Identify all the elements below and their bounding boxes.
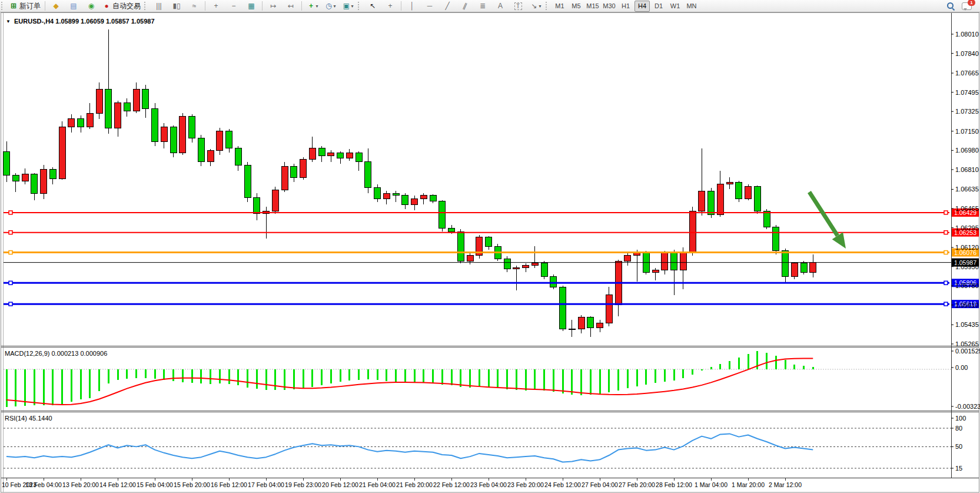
auto-trading-icon: ● [102, 2, 111, 10]
arrows-tool-button[interactable]: ↘▾ [527, 0, 544, 12]
svg-text:13 Feb 04:00: 13 Feb 04:00 [25, 481, 62, 488]
toolbar-grip[interactable] [358, 2, 361, 10]
auto-trading-label: 自动交易 [112, 1, 141, 11]
toolbar-separator [401, 1, 401, 11]
crosshair-icon: + [386, 2, 394, 10]
gold-diamond-icon: ◆ [52, 2, 60, 10]
svg-text:80: 80 [955, 425, 962, 432]
svg-text:28 Feb 12:00: 28 Feb 12:00 [656, 481, 692, 488]
svg-text:0.00: 0.00 [955, 364, 968, 371]
svg-text:13 Feb 20:00: 13 Feb 20:00 [62, 481, 99, 488]
svg-text:1.07325: 1.07325 [955, 108, 979, 115]
svg-text:23 Feb 20:00: 23 Feb 20:00 [507, 481, 544, 488]
svg-text:1.05610: 1.05610 [955, 302, 979, 309]
chart-title-group: ▼EURUSD-,H4 1.05899 1.06059 1.05857 1.05… [6, 18, 155, 25]
timeframe-button-H1[interactable]: H1 [618, 1, 633, 12]
svg-text:14 Feb 12:00: 14 Feb 12:00 [99, 481, 136, 488]
horizontal-line-tool-button[interactable]: ─ [421, 0, 438, 12]
svg-text:1.05780: 1.05780 [955, 282, 979, 289]
new-order-label: 新订单 [19, 1, 41, 11]
trendline-tool-button[interactable]: ╱ [439, 0, 456, 12]
cursor-tool-button[interactable]: ↖ [364, 0, 381, 12]
zoom-in-icon: + [212, 2, 220, 10]
periods-button[interactable]: ◷▾ [322, 0, 338, 12]
svg-text:50: 50 [955, 443, 962, 450]
vertical-line-icon: │ [408, 2, 416, 10]
timeframe-button-M5[interactable]: M5 [569, 1, 584, 12]
signals-button[interactable]: ◉ [83, 0, 99, 12]
macd-label: MACD(12,26,9) 0.000213 0.000906 [5, 350, 107, 357]
rsi-label: RSI(14) 45.1440 [5, 415, 52, 422]
history-center-button[interactable]: ▤ [65, 0, 82, 12]
auto-scroll-button[interactable]: ↦ [265, 0, 281, 12]
text-label-icon: T [514, 2, 522, 10]
toolbar-grip[interactable] [1, 2, 5, 10]
timeframe-button-M15[interactable]: M15 [585, 1, 600, 12]
toolbar-grip[interactable] [144, 2, 148, 10]
chart-shift-icon: ↤ [287, 2, 295, 10]
search-button[interactable] [942, 0, 959, 12]
svg-text:1 Mar 04:00: 1 Mar 04:00 [695, 481, 727, 488]
svg-text:100: 100 [955, 415, 966, 422]
toolbar-separator [45, 1, 45, 11]
toolbar-separator [205, 1, 205, 11]
profile-button[interactable]: ◆ [48, 0, 64, 12]
chevron-down-icon: ▾ [333, 4, 335, 9]
svg-text:1.07665: 1.07665 [955, 70, 979, 77]
line-chart-mode-button[interactable]: ≈ [186, 0, 202, 12]
svg-text:21 Feb 20:00: 21 Feb 20:00 [396, 481, 433, 488]
svg-text:2 Mar 12:00: 2 Mar 12:00 [769, 481, 802, 488]
candlestick-chart-icon: ▮▯ [172, 2, 181, 10]
tile-windows-button[interactable]: ▦ [243, 0, 260, 12]
svg-text:24 Feb 12:00: 24 Feb 12:00 [544, 481, 581, 488]
chevron-down-icon: ▾ [315, 4, 318, 9]
templates-button[interactable]: ▣▾ [340, 0, 356, 12]
indicators-button[interactable]: +▾ [304, 0, 321, 12]
price-chart[interactable]: 1.064291.062531.060761.058061.056191.059… [0, 0, 980, 493]
svg-text:1.05435: 1.05435 [955, 321, 979, 328]
text-tool-button[interactable]: A [492, 0, 509, 12]
chart-shift-button[interactable]: ↤ [283, 0, 299, 12]
zoom-out-button[interactable]: − [225, 0, 242, 12]
svg-text:15: 15 [955, 465, 962, 472]
tile-windows-icon: ▦ [247, 2, 255, 10]
timeframe-button-H4[interactable]: H4 [634, 1, 650, 12]
zoom-in-button[interactable]: + [208, 0, 224, 12]
svg-text:1.06295: 1.06295 [955, 224, 979, 231]
svg-text:-0.003232: -0.003232 [955, 403, 980, 410]
bar-chart-icon: ||| [155, 2, 163, 10]
text-label-tool-button[interactable]: T [510, 0, 526, 12]
timeframe-button-D1[interactable]: D1 [651, 1, 666, 12]
svg-text:1.07150: 1.07150 [955, 128, 979, 135]
horizontal-line-icon: ─ [426, 2, 434, 10]
svg-text:17 Feb 04:00: 17 Feb 04:00 [248, 481, 284, 488]
fibonacci-tool-button[interactable]: ≣ [474, 0, 491, 12]
svg-text:15 Feb 20:00: 15 Feb 20:00 [174, 481, 210, 488]
svg-text:15 Feb 04:00: 15 Feb 04:00 [137, 481, 173, 488]
chevron-down-icon: ▾ [539, 4, 541, 9]
bar-chart-mode-button[interactable]: ||| [151, 0, 167, 12]
timeframe-button-MN[interactable]: MN [684, 1, 699, 12]
collapse-arrow-icon: ▼ [6, 19, 11, 24]
svg-text:1 Mar 20:00: 1 Mar 20:00 [732, 481, 765, 488]
candle-chart-mode-button[interactable]: ▮▯ [168, 0, 185, 12]
timeframe-button-M1[interactable]: M1 [552, 1, 567, 12]
channel-tool-button[interactable]: ∥ [457, 0, 473, 12]
crosshair-tool-button[interactable]: + [382, 0, 398, 12]
auto-trading-button[interactable]: ● 自动交易 [101, 0, 142, 12]
new-order-button[interactable]: ⊞ 新订单 [8, 0, 42, 12]
svg-text:1.06465: 1.06465 [955, 205, 979, 212]
notifications-button[interactable]: 1 [960, 0, 979, 12]
svg-text:1.06635: 1.06635 [955, 186, 979, 193]
chart-title: EURUSD-,H4 1.05899 1.06059 1.05857 1.059… [14, 18, 155, 25]
timeframe-button-M30[interactable]: M30 [602, 1, 617, 12]
chevron-down-icon: ▾ [351, 4, 353, 9]
zoom-out-icon: − [230, 2, 238, 10]
mt4-terminal: { "toolbar": { "new_order_label": "新订单",… [0, 0, 980, 493]
timeframe-button-W1[interactable]: W1 [667, 1, 683, 12]
toolbar-grip[interactable] [546, 2, 549, 10]
vertical-line-tool-button[interactable]: │ [404, 0, 420, 12]
notification-badge: 1 [968, 0, 975, 6]
svg-text:16 Feb 12:00: 16 Feb 12:00 [211, 481, 247, 488]
history-center-icon: ▤ [69, 2, 78, 10]
